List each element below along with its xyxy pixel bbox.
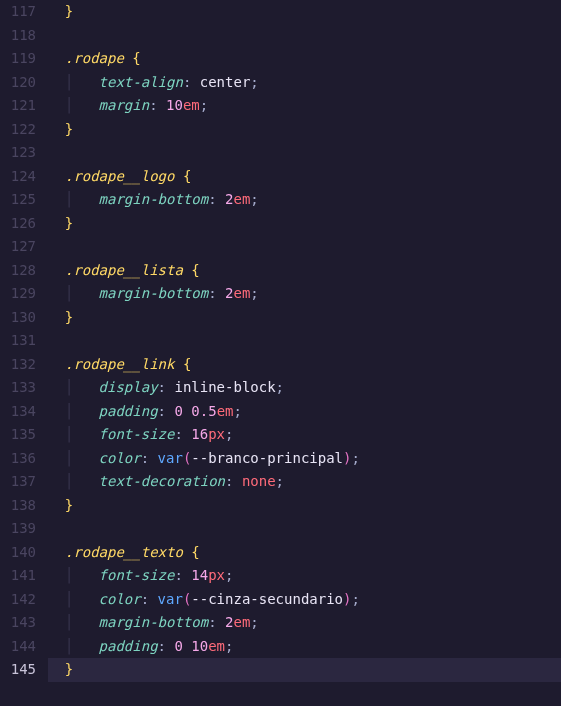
line-number: 129 bbox=[0, 282, 36, 306]
token-unit: em bbox=[217, 403, 234, 419]
line-number: 141 bbox=[0, 564, 36, 588]
code-line[interactable]: .rodape__link { bbox=[48, 353, 561, 377]
token-prop: text-decoration bbox=[99, 473, 225, 489]
token-num: 10 bbox=[166, 97, 183, 113]
token-prop: padding bbox=[99, 638, 158, 654]
code-line[interactable]: │ font-size: 14px; bbox=[48, 564, 561, 588]
token-p: : bbox=[158, 403, 175, 419]
line-number: 139 bbox=[0, 517, 36, 541]
line-number: 118 bbox=[0, 24, 36, 48]
code-line[interactable]: .rodape__logo { bbox=[48, 165, 561, 189]
token-p: : bbox=[141, 591, 158, 607]
line-number: 126 bbox=[0, 212, 36, 236]
code-editor: 1171181191201211221231241251261271281291… bbox=[0, 0, 561, 706]
token-sel: .rodape__logo bbox=[65, 168, 175, 184]
token-num: 0 bbox=[174, 403, 182, 419]
token-p: ; bbox=[276, 473, 284, 489]
line-number: 117 bbox=[0, 0, 36, 24]
code-line[interactable]: } bbox=[48, 0, 561, 24]
token-ig: │ bbox=[65, 426, 99, 442]
token-p: ; bbox=[250, 74, 258, 90]
line-number: 121 bbox=[0, 94, 36, 118]
line-number: 135 bbox=[0, 423, 36, 447]
token-ig: │ bbox=[65, 567, 99, 583]
code-line[interactable]: │ font-size: 16px; bbox=[48, 423, 561, 447]
token-num: 0 bbox=[174, 638, 182, 654]
code-line[interactable]: │ margin-bottom: 2em; bbox=[48, 188, 561, 212]
code-line[interactable]: │ text-decoration: none; bbox=[48, 470, 561, 494]
token-prop: display bbox=[99, 379, 158, 395]
line-number: 138 bbox=[0, 494, 36, 518]
token-p: : bbox=[208, 191, 225, 207]
token-ig bbox=[48, 379, 65, 395]
code-line[interactable]: │ margin-bottom: 2em; bbox=[48, 611, 561, 635]
token-p: ; bbox=[200, 97, 208, 113]
line-number: 140 bbox=[0, 541, 36, 565]
code-line[interactable] bbox=[48, 517, 561, 541]
token-ig bbox=[48, 168, 65, 184]
token-p: ; bbox=[233, 403, 241, 419]
code-line[interactable] bbox=[48, 141, 561, 165]
code-line[interactable]: │ margin-bottom: 2em; bbox=[48, 282, 561, 306]
token-unit: px bbox=[208, 567, 225, 583]
token-ig bbox=[48, 497, 65, 513]
line-number: 130 bbox=[0, 306, 36, 330]
code-area[interactable]: } .rodape { │ text-align: center; │ marg… bbox=[48, 0, 561, 706]
token-ig bbox=[48, 473, 65, 489]
code-line[interactable]: } bbox=[48, 658, 561, 682]
token-prop: padding bbox=[99, 403, 158, 419]
token-p: : bbox=[174, 567, 191, 583]
token-unit: em bbox=[183, 97, 200, 113]
code-line[interactable]: } bbox=[48, 306, 561, 330]
token-ig: │ bbox=[65, 614, 99, 630]
token-p: : bbox=[158, 638, 175, 654]
line-number: 127 bbox=[0, 235, 36, 259]
code-line[interactable]: │ color: var(--branco-principal); bbox=[48, 447, 561, 471]
token-ig: │ bbox=[65, 379, 99, 395]
code-line[interactable]: │ display: inline-block; bbox=[48, 376, 561, 400]
token-p: ; bbox=[225, 567, 233, 583]
token-br: } bbox=[65, 121, 73, 137]
token-br: { bbox=[191, 262, 199, 278]
token-unit: em bbox=[233, 285, 250, 301]
code-line[interactable] bbox=[48, 235, 561, 259]
code-line[interactable]: │ padding: 0 0.5em; bbox=[48, 400, 561, 424]
token-br: { bbox=[183, 356, 191, 372]
code-line[interactable] bbox=[48, 24, 561, 48]
line-number: 132 bbox=[0, 353, 36, 377]
token-prop: color bbox=[99, 591, 141, 607]
code-line[interactable]: .rodape { bbox=[48, 47, 561, 71]
code-line[interactable]: │ color: var(--cinza-secundario); bbox=[48, 588, 561, 612]
token-val: --branco-principal bbox=[191, 450, 343, 466]
token-val: inline-block bbox=[174, 379, 275, 395]
token-ig bbox=[48, 121, 65, 137]
code-line[interactable]: } bbox=[48, 494, 561, 518]
token-ig bbox=[48, 215, 65, 231]
token-sel: .rodape__texto bbox=[65, 544, 183, 560]
token-p: : bbox=[141, 450, 158, 466]
token-ig bbox=[48, 591, 65, 607]
token-br: { bbox=[183, 168, 191, 184]
code-line[interactable]: } bbox=[48, 118, 561, 142]
token-p: ; bbox=[276, 379, 284, 395]
token-p: : bbox=[183, 74, 200, 90]
token-prop: margin bbox=[99, 97, 150, 113]
token-unit: em bbox=[208, 638, 225, 654]
code-line[interactable]: │ margin: 10em; bbox=[48, 94, 561, 118]
token-p: : bbox=[208, 285, 225, 301]
token-p: ; bbox=[250, 614, 258, 630]
code-line[interactable]: .rodape__lista { bbox=[48, 259, 561, 283]
code-line[interactable]: │ padding: 0 10em; bbox=[48, 635, 561, 659]
token-ig bbox=[48, 426, 65, 442]
code-line[interactable]: } bbox=[48, 212, 561, 236]
token-p: : bbox=[158, 379, 175, 395]
line-number: 142 bbox=[0, 588, 36, 612]
line-number: 137 bbox=[0, 470, 36, 494]
line-number: 133 bbox=[0, 376, 36, 400]
token-ig bbox=[48, 403, 65, 419]
token-ig bbox=[48, 356, 65, 372]
code-line[interactable]: │ text-align: center; bbox=[48, 71, 561, 95]
code-line[interactable]: .rodape__texto { bbox=[48, 541, 561, 565]
code-line[interactable] bbox=[48, 329, 561, 353]
line-number: 144 bbox=[0, 635, 36, 659]
